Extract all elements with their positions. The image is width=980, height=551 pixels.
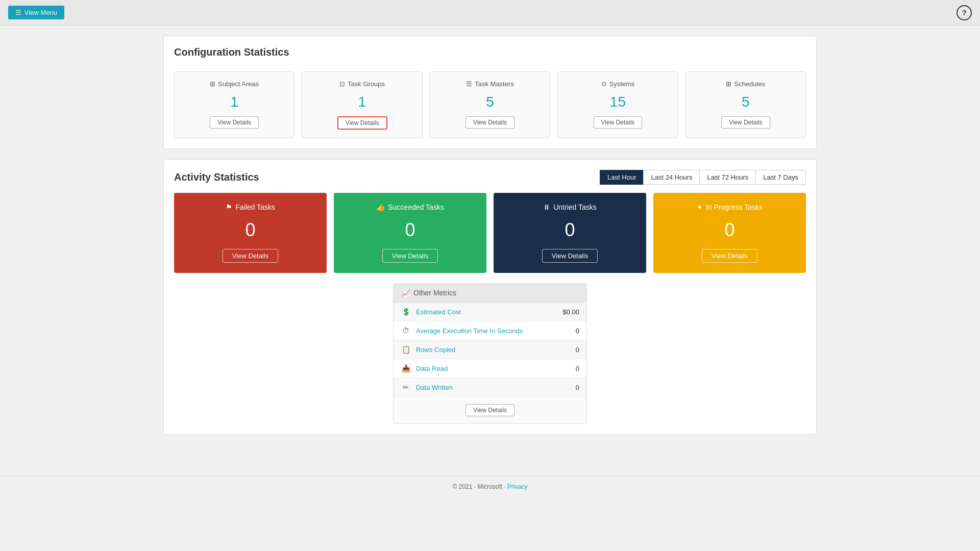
config-card-title-task-masters: ☰ Task Masters [438,80,542,88]
metrics-row-data-written: ✏ Data Written 0 [394,378,586,397]
activity-view-details-failed[interactable]: View Details [223,249,278,263]
metrics-row-estimated-cost: 💲 Estimated Cost $0.00 [394,303,586,321]
activity-card-icon-failed: ⚑ [226,203,232,211]
metrics-row-avg-execution-time: ⏱ Average Execution Time In Seconds 0 [394,321,586,340]
activity-card-untried: ⏸ Untried Tasks 0 View Details [494,193,646,273]
config-card-task-masters: ☰ Task Masters 5 View Details [430,71,550,138]
activity-card-number-failed: 0 [184,219,316,241]
metrics-icon-avg-execution-time: ⏱ [401,327,411,335]
footer-privacy-link[interactable]: Privacy [507,483,527,490]
activity-view-details-untried[interactable]: View Details [542,249,598,263]
config-card-subject-areas: ⊞ Subject Areas 1 View Details [174,71,295,138]
config-card-label-systems: Systems [609,80,635,88]
other-metrics-card: 📈 Other Metrics 💲 Estimated Cost $0.00 ⏱… [393,283,587,424]
metrics-icon-rows-copied: 📋 [401,345,411,354]
activity-card-number-in-progress: 0 [664,219,796,241]
metrics-value-estimated-cost: $0.00 [562,308,579,316]
activity-header: Activity Statistics Last HourLast 24 Hou… [174,170,806,185]
config-card-title-task-groups: ⊡ Task Groups [310,80,413,88]
activity-card-label-in-progress: In Progress Tasks [706,203,763,211]
metrics-label-data-written: Data Written [416,384,576,391]
config-card-label-task-masters: Task Masters [475,80,514,88]
metrics-table: 💲 Estimated Cost $0.00 ⏱ Average Executi… [394,303,586,397]
time-filter-last-72-hours[interactable]: Last 72 Hours [699,170,755,185]
activity-card-icon-succeeded: 👍 [376,203,385,211]
activity-card-icon-untried: ⏸ [543,203,550,211]
help-question-icon: ? [962,8,966,17]
config-card-view-details-systems[interactable]: View Details [594,116,643,129]
activity-card-label-succeeded: Succeeded Tasks [388,203,444,211]
footer: © 2021 · Microsoft · Privacy [0,475,980,497]
config-card-schedules: ⊞ Schedules 5 View Details [685,71,806,138]
activity-card-title-succeeded: 👍 Succeeded Tasks [344,203,476,211]
time-filter-last-7-days[interactable]: Last 7 Days [755,170,806,185]
activity-card-title-in-progress: ✦ In Progress Tasks [664,203,796,211]
metrics-icon-data-read: 📥 [401,364,411,372]
config-card-label-task-groups: Task Groups [348,80,385,88]
metrics-view-btn-container: View Details [394,397,586,423]
metrics-label-rows-copied: Rows Copied [416,346,576,354]
activity-card-title-untried: ⏸ Untried Tasks [504,203,636,211]
metrics-row-data-read: 📥 Data Read 0 [394,359,586,378]
config-card-view-details-subject-areas[interactable]: View Details [210,116,259,129]
config-stats-section: Configuration Statistics ⊞ Subject Areas… [163,36,817,149]
metrics-label-data-read: Data Read [416,365,576,372]
config-card-label-schedules: Schedules [734,80,765,88]
metrics-value-data-written: 0 [576,384,579,391]
config-card-number-task-masters: 5 [438,94,542,110]
config-card-number-schedules: 5 [694,94,797,110]
other-metrics-title: Other Metrics [413,289,456,297]
config-card-icon-task-groups: ⊡ [339,80,345,88]
config-card-icon-subject-areas: ⊞ [210,80,215,88]
view-menu-label: View Menu [24,9,57,16]
menu-icon: ☰ [15,9,21,16]
config-card-icon-task-masters: ☰ [466,80,472,88]
config-stats-title: Configuration Statistics [174,46,806,63]
config-card-view-details-task-groups[interactable]: View Details [337,116,387,130]
config-card-view-details-schedules[interactable]: View Details [721,116,770,129]
config-card-task-groups: ⊡ Task Groups 1 View Details [302,71,422,138]
activity-stats-title: Activity Statistics [174,171,259,183]
activity-stats-section: Activity Statistics Last HourLast 24 Hou… [163,159,817,435]
activity-card-number-succeeded: 0 [344,219,476,241]
metrics-value-avg-execution-time: 0 [576,327,579,335]
activity-cards-container: ⚑ Failed Tasks 0 View Details 👍 Succeede… [174,193,806,273]
main-content: Configuration Statistics ⊞ Subject Areas… [133,26,847,455]
activity-card-in-progress: ✦ In Progress Tasks 0 View Details [653,193,806,273]
other-metrics-container: 📈 Other Metrics 💲 Estimated Cost $0.00 ⏱… [174,283,806,424]
view-menu-button[interactable]: ☰ View Menu [8,6,64,19]
activity-view-details-succeeded[interactable]: View Details [382,249,438,263]
help-icon-button[interactable]: ? [957,5,972,20]
metrics-value-data-read: 0 [576,365,579,372]
time-filter-last-hour[interactable]: Last Hour [600,170,643,185]
metrics-icon-estimated-cost: 💲 [401,308,411,316]
activity-card-label-untried: Untried Tasks [553,203,597,211]
config-card-title-systems: ⊙ Systems [566,80,669,88]
config-card-number-subject-areas: 1 [183,94,286,110]
config-card-systems: ⊙ Systems 15 View Details [557,71,678,138]
config-card-label-subject-areas: Subject Areas [218,80,259,88]
top-bar: ☰ View Menu ? [0,0,980,26]
footer-text: © 2021 · Microsoft · [453,483,508,490]
activity-card-title-failed: ⚑ Failed Tasks [184,203,316,211]
chart-icon: 📈 [402,289,410,297]
config-card-title-schedules: ⊞ Schedules [694,80,797,88]
other-metrics-view-details-button[interactable]: View Details [465,404,514,416]
config-card-icon-systems: ⊙ [601,80,607,88]
config-card-view-details-task-masters[interactable]: View Details [465,116,514,129]
activity-view-details-in-progress[interactable]: View Details [702,249,757,263]
time-filter-last-24-hours[interactable]: Last 24 Hours [643,170,699,185]
config-card-number-systems: 15 [566,94,669,110]
activity-card-label-failed: Failed Tasks [235,203,275,211]
metrics-value-rows-copied: 0 [576,346,579,354]
activity-card-failed: ⚑ Failed Tasks 0 View Details [174,193,327,273]
config-card-icon-schedules: ⊞ [726,80,731,88]
metrics-label-avg-execution-time: Average Execution Time In Seconds [416,327,576,335]
config-card-title-subject-areas: ⊞ Subject Areas [183,80,286,88]
activity-card-icon-in-progress: ✦ [697,203,703,211]
activity-card-number-untried: 0 [504,219,636,241]
time-filter-group: Last HourLast 24 HoursLast 72 HoursLast … [600,170,806,185]
other-metrics-header: 📈 Other Metrics [394,284,586,303]
config-cards-container: ⊞ Subject Areas 1 View Details ⊡ Task Gr… [174,71,806,138]
metrics-icon-data-written: ✏ [401,383,411,391]
